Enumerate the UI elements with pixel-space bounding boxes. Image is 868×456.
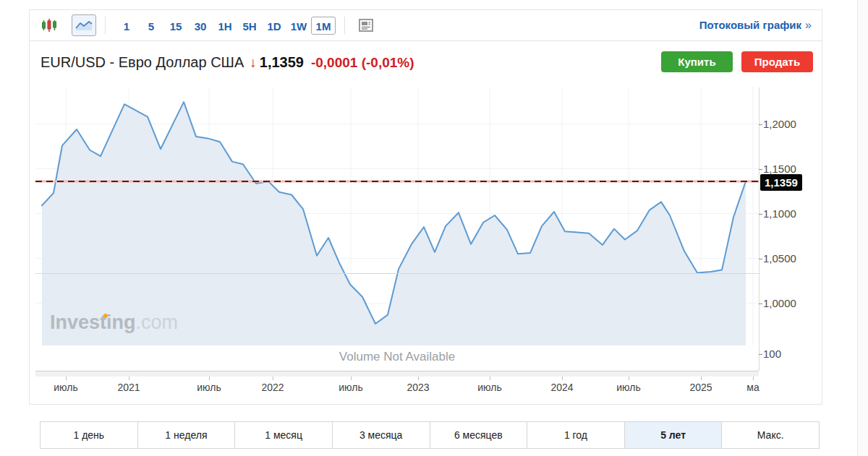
- x-axis-label: июль: [616, 381, 640, 394]
- y-axis-tick: [759, 259, 762, 259]
- y-axis-label: 1,0000: [763, 296, 796, 311]
- x-axis-label: июль: [54, 381, 77, 394]
- y-axis-label: 1,0500: [763, 251, 796, 266]
- investing-chart-page: 1515301H5H1D1W1M Потоковый график» EUR/U…: [0, 0, 868, 456]
- last-price-badge: 1,1359: [760, 174, 802, 191]
- x-axis-tick: [490, 377, 490, 380]
- area-fill: [42, 102, 746, 345]
- x-axis-tick: [129, 377, 129, 380]
- volume-pane-separator: [35, 273, 759, 274]
- sell-button[interactable]: Продать: [741, 51, 813, 72]
- y-axis-tick: [759, 169, 762, 170]
- instrument-header: EUR/USD - Евро Доллар США↓1,1359-0,0001 …: [41, 51, 414, 74]
- y-axis-line: [759, 87, 760, 371]
- chart-widget: 1515301H5H1D1W1M Потоковый график» EUR/U…: [29, 9, 822, 405]
- range-button-1 год[interactable]: 1 год: [527, 422, 625, 448]
- x-axis-label: 2022: [261, 381, 284, 394]
- x-axis-tick: [351, 377, 352, 380]
- timeframe-button-1M[interactable]: 1M: [311, 17, 336, 35]
- x-axis-tick: [418, 377, 419, 380]
- timeframe-button-1H[interactable]: 1H: [213, 17, 237, 35]
- range-button-1 месяц[interactable]: 1 месяц: [235, 422, 333, 448]
- candlestick-chart-button[interactable]: [37, 14, 61, 36]
- timeframe-button-30[interactable]: 30: [188, 17, 213, 35]
- range-button-Макс.[interactable]: Макс.: [722, 422, 819, 448]
- watermark-light-text: .com: [136, 311, 179, 333]
- timeframe-group: 1515301H5H1D1W1M: [114, 17, 336, 35]
- timeframe-button-1[interactable]: 1: [114, 17, 139, 35]
- x-axis-label: 2025: [689, 381, 712, 394]
- x-axis-label: 2024: [550, 381, 573, 394]
- x-axis-label: 2021: [117, 381, 140, 394]
- x-axis-label: 2023: [407, 381, 429, 394]
- x-axis-tick: [753, 377, 754, 380]
- last-price: 1,1359: [260, 54, 304, 70]
- volume-axis-tick: [759, 354, 762, 355]
- range-button-5 лет[interactable]: 5 лет: [625, 422, 723, 448]
- x-axis-label: июль: [339, 381, 362, 394]
- investing-watermark: Investing.com: [50, 311, 178, 334]
- toolbar-divider: [344, 17, 345, 34]
- volume-axis-label: 100: [763, 347, 781, 361]
- timeframe-button-1W[interactable]: 1W: [286, 17, 311, 35]
- buy-button[interactable]: Купить: [661, 51, 733, 72]
- watermark-orange-dot: [103, 314, 108, 318]
- area-chart-icon: [75, 19, 93, 32]
- x-axis-tick: [629, 377, 629, 380]
- y-axis-label: 1,2000: [763, 117, 796, 132]
- volume-message: Volume Not Available: [35, 350, 759, 364]
- area-chart-button[interactable]: [72, 14, 96, 36]
- x-axis-tick: [209, 377, 210, 380]
- x-axis-tick: [701, 377, 702, 380]
- range-button-3 месяца[interactable]: 3 месяца: [333, 422, 430, 448]
- x-axis-label: июль: [197, 381, 221, 394]
- x-axis-label: ма: [746, 381, 759, 394]
- page-edge-fill: [858, 0, 868, 456]
- price-down-arrow-icon: ↓: [250, 55, 257, 70]
- y-axis-tick: [759, 304, 762, 304]
- y-axis-label: 1,1000: [763, 207, 796, 221]
- x-axis-label: июль: [477, 381, 501, 394]
- streaming-chart-label: Потоковый график: [699, 19, 801, 31]
- y-axis-tick: [759, 214, 762, 215]
- toolbar-divider: [105, 17, 106, 34]
- timeframe-button-1D[interactable]: 1D: [262, 17, 286, 35]
- chart-bottom-band: [35, 371, 759, 377]
- price-change: -0,0001 (-0,01%): [311, 55, 414, 70]
- y-axis-tick: [759, 124, 762, 125]
- timeframe-button-15[interactable]: 15: [163, 17, 188, 35]
- news-panel-button[interactable]: [354, 14, 378, 36]
- range-button-6 месяцев[interactable]: 6 месяцев: [430, 422, 528, 448]
- double-chevron-icon: »: [805, 19, 812, 31]
- streaming-chart-link[interactable]: Потоковый график»: [699, 19, 812, 32]
- x-axis-tick: [273, 377, 273, 380]
- x-axis-tick: [66, 377, 67, 380]
- x-axis-tick: [562, 377, 563, 380]
- timeframe-button-5[interactable]: 5: [139, 17, 163, 35]
- candlestick-icon: [41, 17, 57, 33]
- chart-toolbar: 1515301H5H1D1W1M Потоковый график»: [30, 10, 822, 41]
- timeframe-button-5H[interactable]: 5H: [237, 17, 262, 35]
- range-button-1 неделя[interactable]: 1 неделя: [138, 422, 236, 448]
- news-panel-icon: [358, 18, 374, 33]
- range-selector: 1 день1 неделя1 месяц3 месяца6 месяцев1 …: [40, 421, 820, 449]
- instrument-title: EUR/USD - Евро Доллар США: [41, 54, 244, 70]
- watermark-bold-text: Investing: [50, 311, 136, 333]
- range-button-1 день[interactable]: 1 день: [41, 422, 138, 448]
